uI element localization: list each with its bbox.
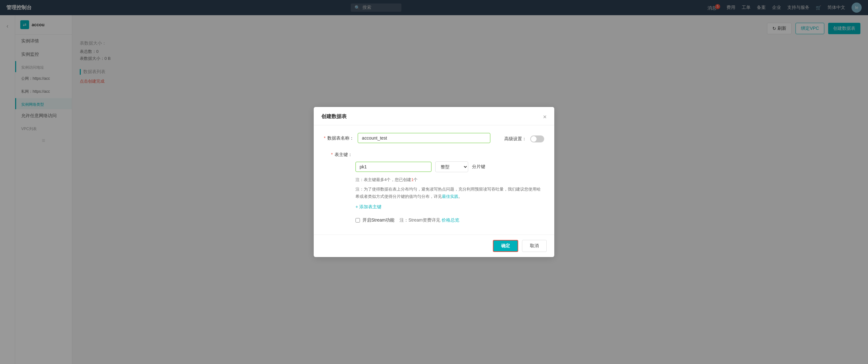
modal-overlay: 创建数据表 × * 数据表名称： 高级设置：	[0, 0, 868, 364]
stream-section: 开启Stream功能 注：Stream资费详见 价格总览	[324, 217, 544, 223]
table-name-input[interactable]	[358, 133, 490, 143]
stream-row: 开启Stream功能 注：Stream资费详见 价格总览	[355, 217, 544, 223]
modal-header: 创建数据表 ×	[314, 107, 554, 125]
stream-note: 注：Stream资费详见 价格总览	[400, 217, 459, 223]
cancel-button[interactable]: 取消	[522, 240, 547, 252]
pk-input-row: 整型 字符串 二进制 分片键	[355, 161, 544, 172]
pk-type-select[interactable]: 整型 字符串 二进制	[435, 161, 468, 172]
pk-count-highlight: 1	[411, 177, 413, 182]
stream-checkbox-input[interactable]	[355, 218, 360, 222]
pk-label-row: * 表主键：	[324, 149, 544, 158]
pk-note-2: 注：为了使得数据在表上分布均匀，避免读写热点问题，充分利用预留读写吞吐量，我们建…	[355, 185, 544, 200]
pk-name-input[interactable]	[355, 162, 431, 172]
modal-body: * 数据表名称： 高级设置： * 表主键：	[314, 125, 554, 234]
modal-close-button[interactable]: ×	[543, 114, 547, 120]
table-name-label: * 数据表名称：	[324, 133, 354, 141]
pk-label: * 表主键：	[324, 149, 352, 158]
pk-required-mark: *	[331, 152, 333, 157]
table-name-area	[358, 133, 490, 143]
table-name-row: * 数据表名称： 高级设置：	[324, 133, 544, 143]
advanced-label: 高级设置：	[504, 136, 526, 142]
pk-input-section: 整型 字符串 二进制 分片键 注：表主键最多4个，您已创建1个 注：为了使得数据…	[324, 161, 544, 210]
stream-checkbox-label[interactable]: 开启Stream功能	[355, 217, 395, 223]
advanced-settings-area: 高级设置：	[494, 133, 544, 143]
shard-key-label: 分片键	[472, 164, 485, 170]
add-primary-key-button[interactable]: + 添加表主键	[355, 204, 544, 210]
create-table-modal: 创建数据表 × * 数据表名称： 高级设置：	[314, 107, 554, 257]
advanced-toggle[interactable]	[530, 135, 544, 143]
pk-note-1: 注：表主键最多4个，您已创建1个	[355, 176, 544, 183]
best-practice-link[interactable]: 最佳实践	[442, 194, 458, 199]
modal-title: 创建数据表	[321, 113, 347, 120]
modal-footer: 确定 取消	[314, 235, 554, 257]
confirm-button[interactable]: 确定	[493, 240, 518, 252]
price-overview-link[interactable]: 价格总览	[442, 217, 459, 222]
required-mark: *	[324, 135, 326, 141]
